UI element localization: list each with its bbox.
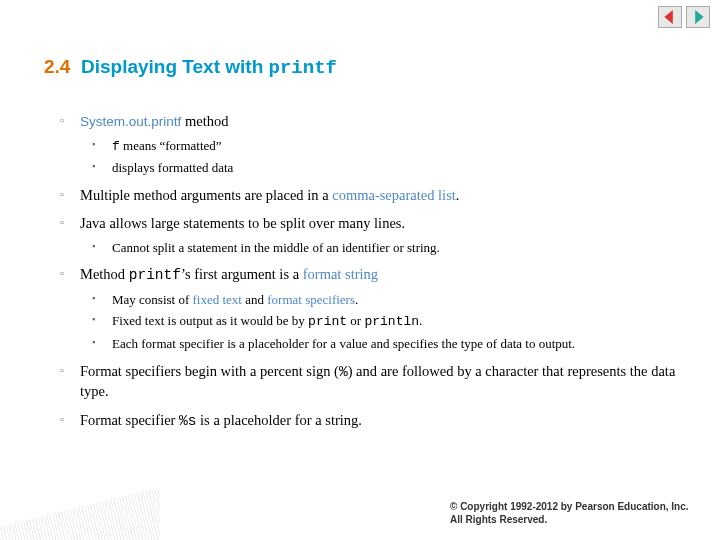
bullet-4: Method printf’s first argument is a form… [60, 265, 680, 352]
prev-arrow-icon [663, 10, 677, 24]
bullet-3: Java allows large statements to be split… [60, 214, 680, 256]
bullet-4-sub-3: Each format specifier is a placeholder f… [92, 335, 680, 353]
title-text: Displaying Text with [81, 56, 263, 77]
term-printf: System.out.printf [80, 114, 181, 129]
bullet-5: Format specifiers begin with a percent s… [60, 362, 680, 402]
nav-buttons [658, 6, 710, 28]
copyright-text: © Copyright 1992-2012 by Pearson Educati… [450, 500, 690, 526]
bullet-1-sub-2: displays formatted data [92, 159, 680, 177]
bullet-4-sub-2: Fixed text is output as it would be by p… [92, 312, 680, 331]
section-number: 2.4 [44, 56, 70, 77]
slide-title: 2.4 Displaying Text with printf [44, 56, 337, 79]
bullet-6: Format specifier %s is a placeholder for… [60, 411, 680, 432]
bullet-2: Multiple method arguments are placed in … [60, 186, 680, 206]
slide-content: System.out.printf method f means “format… [60, 112, 680, 440]
next-arrow-icon [691, 10, 705, 24]
bullet-1-sub-1: f means “formatted” [92, 137, 680, 156]
title-code: printf [269, 57, 337, 79]
bullet-1: System.out.printf method f means “format… [60, 112, 680, 177]
bullet-3-sub-1: Cannot split a statement in the middle o… [92, 239, 680, 257]
corner-decoration [0, 490, 160, 540]
next-button[interactable] [686, 6, 710, 28]
prev-button[interactable] [658, 6, 682, 28]
bullet-4-sub-1: May consist of fixed text and format spe… [92, 291, 680, 309]
